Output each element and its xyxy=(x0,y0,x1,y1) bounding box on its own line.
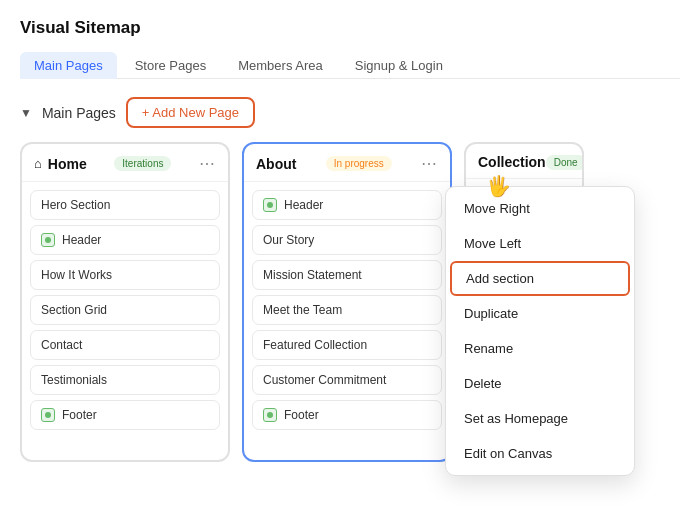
card-title-collection: Collection xyxy=(478,154,546,170)
item-label: Mission Statement xyxy=(263,268,362,282)
tab-members-area[interactable]: Members Area xyxy=(224,52,337,79)
list-item[interactable]: Customer Commitment xyxy=(252,365,442,395)
section-header: ▼ Main Pages + Add New Page xyxy=(20,97,680,128)
list-item[interactable]: Section Grid xyxy=(30,295,220,325)
item-label: Header xyxy=(62,233,101,247)
list-item[interactable]: Mission Statement xyxy=(252,260,442,290)
card-header-about: About In progress ⋯ xyxy=(244,144,450,182)
badge-inprogress: In progress xyxy=(326,156,392,171)
home-icon: ⌂ xyxy=(34,156,42,171)
add-new-page-button[interactable]: + Add New Page xyxy=(126,97,255,128)
menu-item-move-left[interactable]: Move Left xyxy=(446,226,634,261)
page-card-about: About In progress ⋯ Header Our Story Mis… xyxy=(242,142,452,462)
menu-item-duplicate[interactable]: Duplicate xyxy=(446,296,634,331)
tab-signup-login[interactable]: Signup & Login xyxy=(341,52,457,79)
app-title: Visual Sitemap xyxy=(20,18,680,38)
badge-done: Done xyxy=(546,155,584,170)
tab-store-pages[interactable]: Store Pages xyxy=(121,52,221,79)
section-label: Main Pages xyxy=(42,105,116,121)
item-label: Meet the Team xyxy=(263,303,342,317)
footer-icon xyxy=(263,408,277,422)
footer-icon xyxy=(41,408,55,422)
card-title-home: ⌂ Home xyxy=(34,156,87,172)
list-item[interactable]: Testimonials xyxy=(30,365,220,395)
header-icon xyxy=(263,198,277,212)
badge-iterations: Iterations xyxy=(114,156,171,171)
item-label: How It Works xyxy=(41,268,112,282)
list-item[interactable]: Footer xyxy=(252,400,442,430)
list-item[interactable]: Featured Collection xyxy=(252,330,442,360)
tab-main-pages[interactable]: Main Pages xyxy=(20,52,117,79)
page-card-home: ⌂ Home Iterations ⋯ Hero Section Header … xyxy=(20,142,230,462)
card-items-about: Header Our Story Mission Statement Meet … xyxy=(244,182,450,438)
list-item[interactable]: Hero Section xyxy=(30,190,220,220)
list-item[interactable]: Footer xyxy=(30,400,220,430)
item-label: Testimonials xyxy=(41,373,107,387)
cards-row: ⌂ Home Iterations ⋯ Hero Section Header … xyxy=(20,142,680,462)
item-label: Header xyxy=(284,198,323,212)
list-item[interactable]: Header xyxy=(30,225,220,255)
item-label: Hero Section xyxy=(41,198,110,212)
item-label: Customer Commitment xyxy=(263,373,386,387)
list-item[interactable]: Contact xyxy=(30,330,220,360)
card-title-about: About xyxy=(256,156,296,172)
header-icon xyxy=(41,233,55,247)
menu-item-rename[interactable]: Rename xyxy=(446,331,634,366)
list-item[interactable]: Our Story xyxy=(252,225,442,255)
card-menu-about[interactable]: ⋯ xyxy=(421,154,438,173)
menu-item-set-homepage[interactable]: Set as Homepage xyxy=(446,401,634,436)
card-header-home: ⌂ Home Iterations ⋯ xyxy=(22,144,228,182)
collapse-icon[interactable]: ▼ xyxy=(20,106,32,120)
card-items-home: Hero Section Header How It Works Section… xyxy=(22,182,228,438)
card-header-collection: Collection Done xyxy=(466,144,582,179)
item-label: Contact xyxy=(41,338,82,352)
tabs-row: Main Pages Store Pages Members Area Sign… xyxy=(20,52,680,79)
card-menu-home[interactable]: ⋯ xyxy=(199,154,216,173)
item-label: Section Grid xyxy=(41,303,107,317)
item-label: Footer xyxy=(62,408,97,422)
menu-item-add-section[interactable]: Add section xyxy=(450,261,630,296)
menu-item-edit-canvas[interactable]: Edit on Canvas xyxy=(446,436,634,471)
item-label: Featured Collection xyxy=(263,338,367,352)
item-label: Our Story xyxy=(263,233,314,247)
menu-item-move-right[interactable]: Move Right xyxy=(446,191,634,226)
list-item[interactable]: How It Works xyxy=(30,260,220,290)
list-item[interactable]: Meet the Team xyxy=(252,295,442,325)
item-label: Footer xyxy=(284,408,319,422)
context-menu: Move Right Move Left Add section Duplica… xyxy=(445,186,635,476)
menu-item-delete[interactable]: Delete xyxy=(446,366,634,401)
app-container: Visual Sitemap Main Pages Store Pages Me… xyxy=(0,0,700,462)
list-item[interactable]: Header xyxy=(252,190,442,220)
